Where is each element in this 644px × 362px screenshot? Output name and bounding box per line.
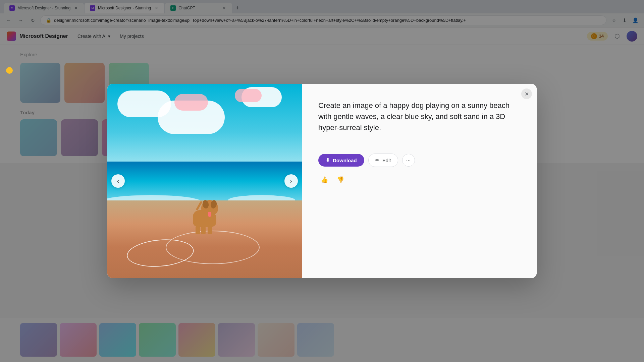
dog-ear-right — [210, 200, 217, 209]
modal-dialog: ✕ — [107, 84, 537, 278]
dog-leg-3 — [208, 226, 212, 234]
edit-label: Edit — [382, 158, 391, 163]
download-label: Download — [333, 158, 357, 163]
image-description: Create an image of a happy dog playing o… — [318, 100, 521, 144]
close-icon: ✕ — [525, 91, 529, 97]
foam-2 — [166, 231, 260, 264]
cloud-pink-1 — [174, 94, 208, 111]
download-icon: ⬇ — [326, 157, 330, 163]
dog-tongue — [208, 212, 211, 217]
modal-image — [107, 84, 302, 278]
dog-leg-2 — [201, 226, 206, 234]
edit-button[interactable]: ✏ Edit — [368, 154, 398, 167]
edit-icon: ✏ — [375, 157, 380, 163]
next-icon: › — [290, 178, 292, 185]
cloud-pink-2 — [235, 89, 262, 102]
more-options-button[interactable]: ··· — [402, 154, 415, 167]
modal-info-section: Create an image of a happy dog playing o… — [302, 84, 537, 278]
action-buttons: ⬇ Download ✏ Edit ··· — [318, 154, 521, 167]
prev-icon: ‹ — [117, 178, 119, 185]
modal-next-button[interactable]: › — [284, 174, 298, 188]
more-icon: ··· — [406, 157, 411, 163]
modal-image-section: ‹ › — [107, 84, 302, 278]
modal-overlay[interactable]: ✕ — [0, 0, 644, 362]
thumbs-down-button[interactable]: 👎 — [334, 174, 346, 186]
dog-leg-1 — [196, 226, 200, 234]
dog-head — [201, 200, 218, 215]
download-button[interactable]: ⬇ Download — [318, 154, 364, 167]
modal-prev-button[interactable]: ‹ — [111, 174, 125, 188]
dog-figure — [190, 198, 220, 235]
modal-close-button[interactable]: ✕ — [521, 88, 532, 99]
thumbs-down-icon: 👎 — [337, 176, 344, 183]
feedback-row: 👍 👎 — [318, 174, 521, 186]
thumbs-up-icon: 👍 — [321, 176, 328, 183]
beach-scene — [107, 84, 302, 278]
cursor-indicator — [6, 67, 13, 74]
thumbs-up-button[interactable]: 👍 — [318, 174, 330, 186]
dog-ear-left — [202, 200, 209, 209]
